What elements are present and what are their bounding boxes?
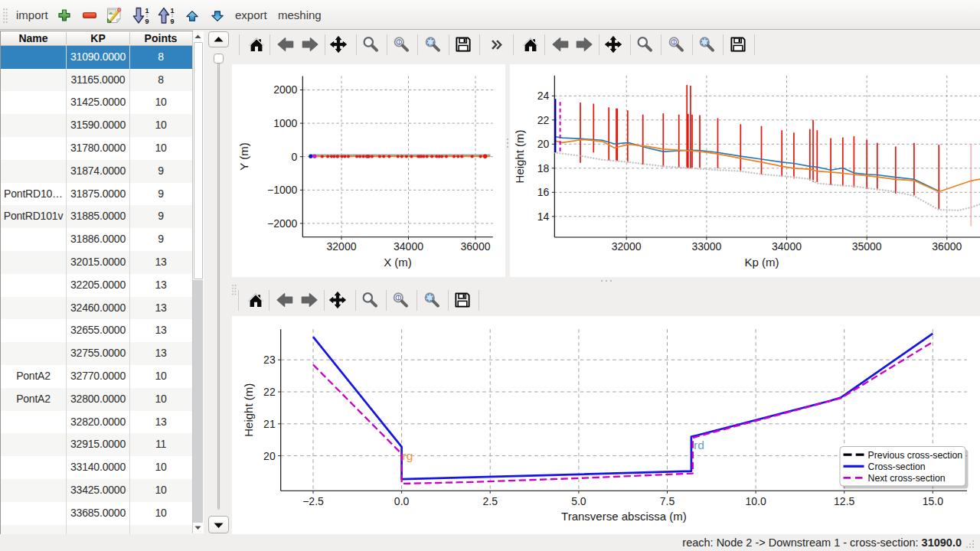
svg-text:7.5: 7.5 xyxy=(660,495,675,507)
svg-text:1: 1 xyxy=(397,39,400,46)
svg-text:23: 23 xyxy=(263,354,276,366)
svg-text:Transverse abscissa (m): Transverse abscissa (m) xyxy=(561,510,687,523)
svg-text:12.5: 12.5 xyxy=(834,495,854,507)
svg-text:10.0: 10.0 xyxy=(745,495,766,507)
svg-text:34000: 34000 xyxy=(394,240,423,253)
svg-text:rg: rg xyxy=(403,449,413,462)
svg-text:33000: 33000 xyxy=(691,240,721,253)
svg-text:1: 1 xyxy=(170,7,174,15)
svg-text:15.0: 15.0 xyxy=(923,495,943,507)
svg-text:Height (m): Height (m) xyxy=(242,383,255,437)
svg-text:36000: 36000 xyxy=(932,240,962,253)
svg-text:21: 21 xyxy=(263,418,276,430)
svg-text:−1000: −1000 xyxy=(267,184,298,196)
svg-text:18: 18 xyxy=(537,162,550,174)
svg-text:−2.5: −2.5 xyxy=(302,495,324,507)
svg-text:14: 14 xyxy=(537,210,550,223)
svg-text:2.5: 2.5 xyxy=(482,495,498,507)
svg-text:Kp (m): Kp (m) xyxy=(745,256,779,269)
svg-text:rd: rd xyxy=(694,439,704,452)
svg-text:16: 16 xyxy=(537,186,550,198)
svg-text:0: 0 xyxy=(292,151,298,163)
svg-text:32000: 32000 xyxy=(612,240,642,253)
svg-text:22: 22 xyxy=(537,114,550,126)
svg-text:9: 9 xyxy=(170,18,174,24)
svg-text:20: 20 xyxy=(263,450,276,462)
svg-text:1: 1 xyxy=(145,7,149,15)
svg-text:1000: 1000 xyxy=(273,117,297,129)
svg-text:9: 9 xyxy=(145,18,149,24)
svg-text:−2000: −2000 xyxy=(267,217,298,230)
svg-text:24: 24 xyxy=(537,90,550,102)
svg-text:1: 1 xyxy=(672,39,675,46)
svg-text:0.0: 0.0 xyxy=(394,495,410,507)
svg-text:Previous cross-section: Previous cross-section xyxy=(868,450,963,461)
svg-text:Cross-section: Cross-section xyxy=(868,461,926,472)
svg-text:5.0: 5.0 xyxy=(571,495,586,507)
svg-text:Next cross-section: Next cross-section xyxy=(868,473,946,484)
svg-text:2000: 2000 xyxy=(273,83,297,96)
svg-text:Height (m): Height (m) xyxy=(513,129,526,183)
svg-text:36000: 36000 xyxy=(461,240,491,253)
svg-text:Y (m): Y (m) xyxy=(237,142,250,170)
svg-text:1: 1 xyxy=(397,295,400,302)
svg-text:22: 22 xyxy=(263,386,276,398)
svg-text:20: 20 xyxy=(537,138,550,150)
svg-text:X (m): X (m) xyxy=(384,256,412,269)
svg-text:35000: 35000 xyxy=(852,240,882,253)
svg-text:32000: 32000 xyxy=(327,240,357,253)
svg-text:34000: 34000 xyxy=(772,240,802,253)
